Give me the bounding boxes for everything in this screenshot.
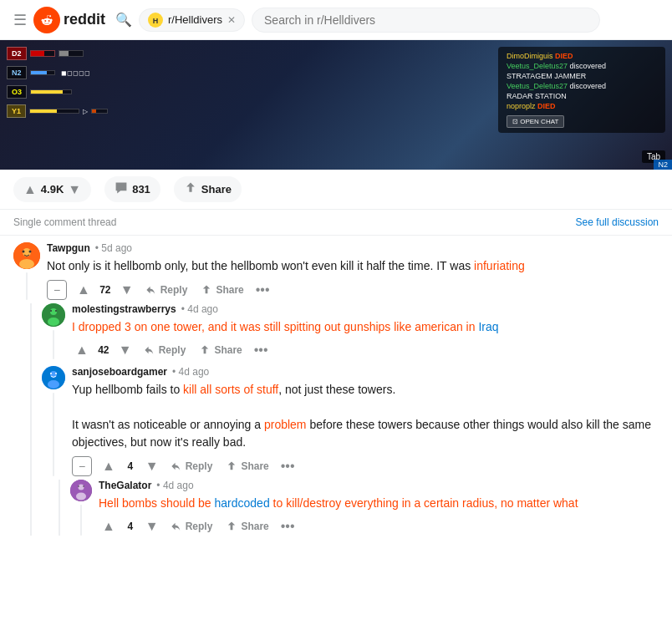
reply-label-tawpgun: Reply [160, 284, 188, 296]
upvote-tawpgun[interactable]: ▲ [74, 281, 94, 299]
comment-button[interactable]: 831 [104, 176, 160, 202]
hud-box-o3: O3 [7, 85, 27, 99]
share-button-molesting[interactable]: Share [194, 341, 247, 359]
upvote-button[interactable]: ▲ 4.9K ▼ [13, 177, 91, 202]
comment-tawpgun: Tawpgun • 5d ago Not only is it hellbomb… [13, 242, 659, 300]
comment-text-galator: Hell bombs should be hardcoded to kill/d… [99, 495, 659, 512]
avatar-molesting [42, 303, 65, 327]
share-button-tawpgun[interactable]: Share [196, 281, 248, 299]
vote-count: 4.9K [41, 183, 64, 196]
chat-line-5: RADAR STATION [507, 92, 657, 100]
upvote-sanjose[interactable]: ▲ [99, 457, 119, 475]
chat-line-4: Veetus_Deletus27 discovered [507, 82, 657, 90]
n2-indicator: N2 [654, 160, 672, 170]
share-label-tawpgun: Share [216, 284, 243, 296]
share-button[interactable]: Share [174, 176, 242, 202]
more-button-sanjose[interactable]: ••• [277, 457, 298, 475]
downvote-galator[interactable]: ▼ [142, 517, 162, 536]
share-button-galator[interactable]: Share [221, 517, 273, 536]
vote-count-sanjose: 4 [122, 460, 139, 472]
reddit-logo-text: reddit [64, 11, 105, 28]
hud-box-n2: N2 [7, 66, 27, 79]
reply-button-galator[interactable]: Reply [165, 517, 218, 536]
reply-button-sanjose[interactable]: Reply [165, 457, 218, 475]
share-label-sanjose: Share [241, 460, 268, 472]
comment-sanjose: sanjoseboardgamer • 4d ago Yup hellbomb … [42, 366, 659, 476]
comment-molesting: molestingstrawberrys • 4d ago I dropped … [42, 303, 659, 359]
username-molesting[interactable]: molestingstrawberrys [72, 303, 176, 315]
vote-count-galator: 4 [122, 521, 139, 532]
reply-label-molesting: Reply [159, 344, 186, 356]
collapse-line-sanjose[interactable] [53, 393, 54, 476]
thread-label: Single comment thread [13, 216, 116, 228]
share-label-molesting: Share [214, 344, 242, 356]
see-full-discussion-link[interactable]: See full discussion [576, 216, 659, 228]
upvote-molesting[interactable]: ▲ [72, 341, 92, 359]
downvote-icon: ▼ [68, 182, 81, 197]
collapse-line-galator[interactable] [80, 505, 82, 536]
hud-box-y1: Y1 [7, 104, 26, 118]
comment-body-molesting: molestingstrawberrys • 4d ago I dropped … [72, 303, 659, 359]
svg-point-5 [19, 259, 34, 269]
reddit-logo[interactable]: reddit [33, 7, 105, 33]
svg-point-16 [50, 373, 52, 374]
subreddit-avatar: H [148, 13, 163, 28]
subreddit-close-icon[interactable]: ✕ [227, 14, 236, 26]
comment-body-sanjose: sanjoseboardgamer • 4d ago Yup hellbomb … [72, 366, 659, 476]
svg-point-21 [78, 485, 79, 487]
downvote-molesting[interactable]: ▼ [115, 341, 135, 359]
nested-replies-tawpgun: molestingstrawberrys • 4d ago I dropped … [30, 303, 659, 536]
comment-left-sanjose [42, 366, 65, 476]
open-chat-button[interactable]: ⊡ OPEN CHAT [507, 115, 564, 128]
comment-header-tawpgun: Tawpgun • 5d ago [47, 242, 659, 254]
comment-body-galator: TheGalator • 4d ago Hell bombs should be… [99, 480, 659, 536]
chat-line-3: STRATAGEM JAMMER [507, 72, 657, 80]
video-hud: D2 N2 ◼◻◻◻◻ O3 Y1 ▷ [7, 47, 108, 118]
search-input-wrapper[interactable] [252, 8, 600, 33]
username-tawpgun[interactable]: Tawpgun [47, 242, 90, 254]
collapse-button-sanjose[interactable]: − [72, 456, 92, 476]
chat-line-2: Veetus_Deletus27 discovered [507, 62, 657, 70]
username-galator[interactable]: TheGalator [99, 480, 151, 491]
downvote-tawpgun[interactable]: ▼ [117, 281, 137, 299]
reply-label-sanjose: Reply [186, 460, 213, 472]
search-input[interactable] [264, 13, 588, 27]
chat-line-1: DimoDimiguis DIED [507, 52, 657, 60]
comment-text-molesting: I dropped 3 on one tower, and it was sti… [72, 318, 659, 336]
username-sanjose[interactable]: sanjoseboardgamer [72, 366, 167, 378]
timestamp-sanjose: • 4d ago [172, 366, 209, 378]
comment-left-galator [70, 480, 92, 536]
comment-left-tawpgun [13, 242, 40, 300]
collapse-line-tawpgun[interactable] [26, 272, 28, 300]
reply-button-molesting[interactable]: Reply [139, 341, 191, 359]
reply-button-tawpgun[interactable]: Reply [140, 281, 193, 299]
hud-box-d2: D2 [7, 47, 27, 60]
reddit-logo-icon [33, 7, 60, 33]
collapse-button-tawpgun[interactable]: − [47, 280, 67, 300]
more-button-tawpgun[interactable]: ••• [252, 281, 273, 299]
search-icon[interactable]: 🔍 [115, 12, 132, 28]
timestamp-galator: • 4d ago [156, 480, 193, 491]
timestamp-molesting: • 4d ago [181, 303, 218, 315]
comments-section: Tawpgun • 5d ago Not only is it hellbomb… [0, 236, 672, 549]
comment-actions-galator: ▲ 4 ▼ Reply Share [99, 517, 659, 536]
comment-body-tawpgun: Tawpgun • 5d ago Not only is it hellbomb… [47, 242, 659, 300]
upvote-galator[interactable]: ▲ [99, 517, 119, 536]
comment-count: 831 [132, 183, 150, 196]
share-button-sanjose[interactable]: Share [221, 457, 273, 475]
comment-header-sanjose: sanjoseboardgamer • 4d ago [72, 366, 659, 378]
avatar-sanjose [42, 366, 65, 389]
comment-galator: TheGalator • 4d ago Hell bombs should be… [70, 480, 659, 536]
video-player[interactable]: D2 N2 ◼◻◻◻◻ O3 Y1 ▷ DimoDi [0, 40, 672, 170]
more-button-molesting[interactable]: ••• [251, 341, 272, 359]
header-left: ☰ reddit [13, 7, 105, 33]
header: ☰ reddit 🔍 H r/ [0, 0, 672, 40]
collapse-line-molesting[interactable] [53, 330, 54, 359]
downvote-sanjose[interactable]: ▼ [142, 457, 162, 475]
svg-point-15 [48, 380, 59, 389]
svg-point-20 [76, 493, 86, 501]
hamburger-icon[interactable]: ☰ [13, 11, 27, 29]
more-button-galator[interactable]: ••• [277, 517, 298, 536]
subreddit-pill[interactable]: H r/Helldivers ✕ [139, 8, 245, 32]
page-wrapper: ☰ reddit 🔍 H r/ [0, 0, 672, 625]
